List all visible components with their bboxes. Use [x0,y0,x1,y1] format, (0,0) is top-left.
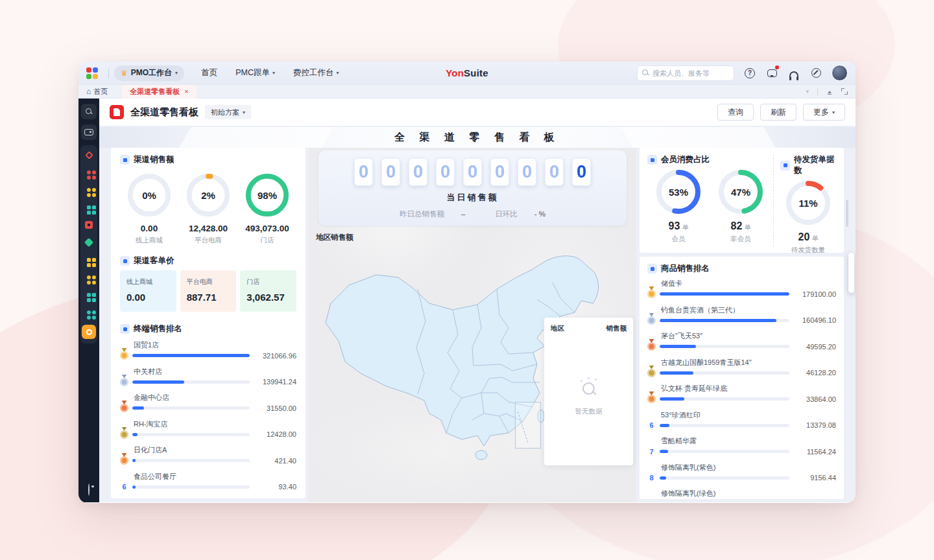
section-icon [647,155,657,165]
right-top-panel: 会员消费占比 53% 93单 会员 [640,148,844,253]
headset-icon [789,71,798,78]
fullscreen-icon[interactable] [841,88,848,95]
channel-donut-cell: 98% 493,073.00 门店 [239,172,295,245]
tab-retail-dashboard[interactable]: 全渠道零售看板 × [122,85,196,99]
product-rank-row[interactable]: 弘文杯 贵寿延年绿底 33864.00 [647,384,836,403]
search-input[interactable] [653,69,729,77]
col-region: 地区 [551,324,564,333]
product-rank-row[interactable]: 钓鱼台贵宾酒（第三代） 160496.10 [647,306,836,325]
app-window: ♛ PMO工作台 ▾ 首页 PMC跟单▾ 费控工作台▾ YonSuite ? ⌂ [78,62,856,503]
terminal-rank-row[interactable]: 日化门店A 421.40 [120,446,296,465]
messages-button[interactable] [765,67,778,80]
empty-search-icon [579,380,599,399]
notification-dot [775,65,779,69]
product-rank-row[interactable]: 53°珍酒红印 6 13379.08 [647,411,836,430]
refresh-button[interactable]: 刷新 [760,104,796,121]
unit-price-tile: 线上商城0.00 [120,270,176,312]
medal-icon [120,404,128,412]
tab-bar: ⌂ 首页 全渠道零售看板 × ▾ [78,85,856,99]
product-rank-row[interactable]: 修饰隔离乳(紫色) 8 9156.44 [647,463,836,482]
app-square-icon[interactable] [84,220,94,230]
medal-icon [647,316,656,325]
tab-overflow-icon[interactable]: ▾ [806,88,809,95]
medal-icon [120,351,128,360]
product-rank-row[interactable]: 雪酷精华露 7 11564.24 [647,437,836,456]
compass-icon [811,68,821,78]
counter-digits: 0 0 0 0 0 0 0 0 0 [318,150,627,186]
terminal-rank-row[interactable]: 食品公司餐厅 6 93.40 [120,472,296,491]
workspace-switcher[interactable]: ♛ PMO工作台 ▾ [114,65,184,81]
rail-search-button[interactable] [81,104,97,119]
product-rank-row[interactable]: 修饰隔离乳(绿色) 9 6740.00 [647,489,836,499]
medal-icon [120,430,128,439]
rank-number: 6 [120,483,128,491]
search-icon [642,69,649,76]
query-button[interactable]: 查询 [717,104,754,121]
nav-expense[interactable]: 费控工作台▾ [293,67,339,78]
map-panel: 0 0 0 0 0 0 0 0 0 当日销售额 昨日总销售额– [309,148,636,502]
app-clover-icon[interactable] [84,185,94,195]
brand-logo: YonSuite [446,67,488,78]
rank-bar [132,459,250,462]
app-grid-icon[interactable] [84,202,94,213]
app-grid-icon[interactable] [84,255,94,265]
scheme-selector[interactable]: 初始方案▾ [205,105,251,119]
digit: 0 [518,158,536,186]
terminal-rank-row[interactable]: 中关村店 139941.24 [120,368,296,386]
rail-screen-button[interactable] [81,124,97,140]
support-button[interactable] [787,67,800,80]
counter-title: 当日销售额 [318,192,627,204]
rank-bar [132,380,250,384]
rank-number: 7 [647,448,656,456]
collapse-up-icon[interactable] [826,88,833,95]
global-search[interactable] [637,65,734,81]
donut-chart: 47% [717,168,765,216]
terminal-rank-row[interactable]: 金融中心店 31550.00 [120,393,296,412]
user-avatar[interactable] [832,65,848,81]
panel-scrollbar-thumb[interactable] [846,200,848,227]
app-clover-icon[interactable] [84,307,94,318]
rank-bar [660,397,789,401]
channel-value: 493,073.00 [239,224,295,233]
app-diamond-icon[interactable] [84,150,94,160]
tab-home[interactable]: ⌂ 首页 [86,87,108,97]
app-grid-icon[interactable] [84,290,94,300]
product-rank-row[interactable]: 储值卡 179100.00 [647,279,836,298]
digit: 0 [490,158,509,186]
page-scrollbar-thumb[interactable] [848,253,854,293]
rank-bar [660,345,789,348]
left-panel: 渠道销售额 0% 0.00 线上商城 [111,148,305,498]
medal-icon [647,342,656,351]
close-icon[interactable]: × [184,88,188,95]
product-rank-row[interactable]: 茅台"飞天53" 49595.20 [647,332,836,351]
help-button[interactable]: ? [743,67,756,80]
terminal-rank-list: 国贸1店 321066.96 中关村店 139941.24 [120,341,296,491]
app-clover-icon[interactable] [84,272,94,283]
product-rank-row[interactable]: 古越龙山国酿1959青玉版14" 46128.20 [647,358,836,377]
medal-icon [647,369,656,377]
rail-eye-button[interactable] [88,484,90,496]
search-icon [86,108,93,115]
dashboard-toolbar: 全渠道零售看板 初始方案▾ 查询 刷新 更多▾ [99,99,856,126]
dashboard-banner: 全 渠 道 零 售 看 板 [99,127,856,148]
empty-state: 暂无数据 [544,380,633,416]
region-table-card: 地区 销售额 暂无数据 [544,318,633,465]
app-pinwheel-icon[interactable] [84,167,94,178]
terminal-rank-row[interactable]: RH-淘宝店 12428.00 [120,420,296,439]
nav-home[interactable]: 首页 [201,67,217,78]
app-active-icon[interactable] [82,325,96,339]
member-donut-cell: 47% 82单 非会员 [710,168,772,244]
terminal-rank-row[interactable]: 国贸1店 321066.96 [120,341,296,360]
channel-donut-cell: 2% 12,428.00 平台电商 [180,172,236,245]
nav-pmc[interactable]: PMC跟单▾ [235,67,275,78]
more-button[interactable]: 更多▾ [803,104,845,121]
rank-number: 6 [647,421,656,429]
yonyou-logo-icon[interactable] [86,67,98,79]
top-navigation: 首页 PMC跟单▾ 费控工作台▾ [201,67,339,78]
explore-button[interactable] [809,67,822,80]
app-gem-icon[interactable] [84,237,94,248]
eye-icon [88,484,90,496]
divider [817,88,818,95]
dashboard-doc-icon [110,105,124,119]
workspace-label: PMO工作台 [131,67,172,78]
